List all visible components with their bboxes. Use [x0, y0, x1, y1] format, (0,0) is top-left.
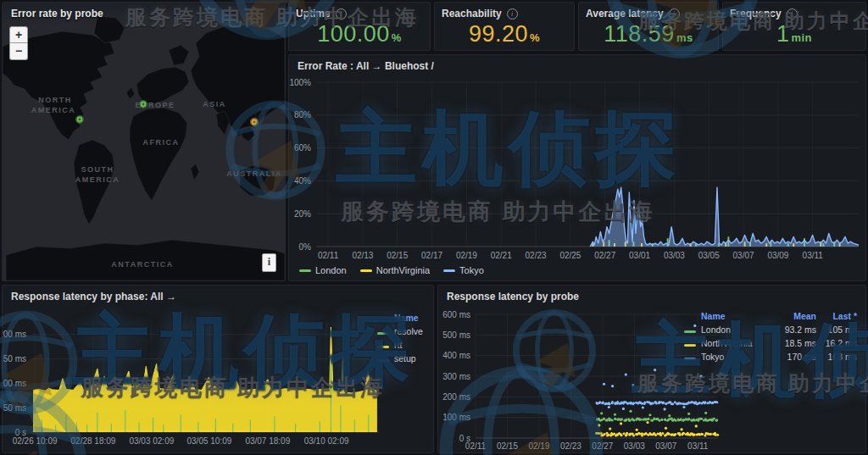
legend-header[interactable]: Name [701, 311, 772, 321]
svg-text:02/27: 02/27 [594, 251, 615, 260]
svg-text:40%: 40% [294, 176, 311, 186]
map-attribution-button[interactable]: i [262, 253, 276, 272]
svg-text:03/11: 03/11 [687, 441, 709, 451]
legend-header[interactable]: Mean [772, 311, 816, 321]
legend-color-dash [684, 344, 696, 347]
svg-text:NORTH: NORTH [38, 96, 72, 104]
svg-text:400 ms: 400 ms [442, 351, 470, 360]
legend-item-London[interactable]: London [299, 265, 347, 275]
legend-row-NorthVirginia[interactable]: NorthVirginia18.5 ms16.2 ms [684, 336, 862, 350]
error-rate-legend: LondonNorthVirginiaTokyo [299, 265, 484, 275]
legend-header[interactable]: Name [394, 313, 426, 323]
svg-text:60%: 60% [294, 143, 311, 153]
legend-row-Tokyo[interactable]: Tokyo170 ms168 ms [684, 350, 862, 363]
svg-text:02/21: 02/21 [491, 251, 512, 260]
legend-color-dash [377, 359, 389, 362]
legend-row-London[interactable]: London93.2 ms105 ms [684, 323, 862, 336]
svg-text:0 s: 0 s [15, 428, 26, 437]
svg-text:03/07: 03/07 [733, 251, 754, 260]
svg-text:80%: 80% [294, 110, 311, 119]
legend-row-resolve[interactable]: resolve [377, 325, 426, 338]
map-panel: Error rate by probe + − i NORTHAMERICASO… [2, 2, 286, 281]
stat-panel-average-latency: Average latency i 118.59ms [578, 2, 719, 51]
map-zoom-control: + − [9, 26, 28, 60]
svg-text:AUSTRALIA: AUSTRALIA [226, 169, 282, 178]
svg-text:02/23: 02/23 [526, 251, 547, 260]
probe-latency-chart: 600 ms500 ms400 ms300 ms200 ms100 ms0 s0… [438, 286, 723, 453]
legend-color-dash [377, 346, 389, 348]
svg-text:ASIA: ASIA [203, 100, 226, 108]
legend-header[interactable]: Last * [816, 311, 857, 321]
map-panel-title[interactable]: Error rate by probe [3, 3, 285, 25]
svg-text:03/09: 03/09 [767, 251, 788, 260]
legend-row-setup[interactable]: setup [377, 352, 426, 365]
svg-text:03/07: 03/07 [655, 441, 676, 451]
svg-text:02/23: 02/23 [560, 441, 581, 451]
probe-legend: NameMeanLast *London93.2 ms105 msNorthVi… [684, 309, 862, 363]
svg-text:300 ms: 300 ms [442, 372, 470, 381]
svg-text:03/10 02:09: 03/10 02:09 [304, 436, 349, 446]
probe-latency-panel: Response latency by probe 600 ms500 ms40… [437, 285, 866, 453]
info-icon[interactable]: i [336, 8, 347, 19]
map-zoom-in-button[interactable]: + [9, 26, 28, 43]
svg-text:02/15: 02/15 [497, 441, 518, 451]
info-icon[interactable]: i [787, 8, 798, 19]
stat-value: 118.59ms [579, 21, 718, 47]
phase-latency-chart: 200 ms150 ms100 ms50 ms0 s02/26 10:0902/… [3, 286, 392, 453]
stat-panel-uptime: Uptime i 100.00% [288, 2, 431, 51]
stat-value: 100.00% [289, 21, 430, 47]
svg-text:0%: 0% [299, 242, 312, 252]
legend-item-Tokyo[interactable]: Tokyo [443, 265, 484, 275]
svg-text:02/17: 02/17 [421, 251, 442, 260]
svg-text:500 ms: 500 ms [442, 330, 470, 340]
stat-value: 99.20% [435, 21, 574, 47]
svg-text:AMERICA: AMERICA [31, 106, 76, 114]
svg-text:02/26 10:09: 02/26 10:09 [13, 436, 58, 446]
legend-item-NorthVirginia[interactable]: NorthVirginia [360, 265, 430, 275]
stat-panel-reachability: Reachability i 99.20% [434, 2, 575, 51]
svg-text:02/25: 02/25 [559, 251, 581, 260]
svg-text:ANTARCTICA: ANTARCTICA [111, 260, 173, 269]
svg-text:AFRICA: AFRICA [143, 138, 180, 147]
stat-title[interactable]: Frequency [730, 8, 782, 19]
legend-color-dash [377, 332, 389, 335]
svg-text:02/11: 02/11 [318, 251, 339, 260]
svg-text:03/03: 03/03 [624, 441, 645, 451]
info-icon[interactable]: i [669, 8, 680, 19]
legend-row-rtt[interactable]: rtt [377, 338, 426, 352]
svg-text:02/27: 02/27 [592, 441, 613, 451]
svg-text:03/01: 03/01 [629, 251, 650, 260]
info-icon[interactable]: i [507, 8, 518, 19]
stat-title[interactable]: Average latency [586, 8, 664, 19]
svg-text:AMERICA: AMERICA [75, 175, 120, 184]
phase-latency-panel: Response latency by phase: All → 200 ms1… [2, 285, 434, 453]
svg-text:02/13: 02/13 [352, 251, 373, 260]
error-rate-chart: 100%80%60%40%20%0%02/1102/1302/1502/1702… [289, 75, 865, 264]
svg-text:600 ms: 600 ms [442, 310, 470, 319]
map-zoom-out-button[interactable]: − [9, 43, 28, 60]
svg-text:02/28 18:09: 02/28 18:09 [71, 436, 116, 446]
svg-text:200 ms: 200 ms [442, 392, 470, 402]
svg-text:100 ms: 100 ms [442, 413, 470, 422]
error-rate-panel-title[interactable]: Error Rate : All → Bluehost / [289, 55, 865, 77]
phase-legend: Nameresolverttsetup [377, 311, 426, 365]
stat-value: 1min [723, 21, 865, 47]
stat-panel-frequency: Frequency i 1min [722, 2, 866, 51]
stat-title[interactable]: Reachability [442, 8, 502, 19]
svg-text:50 ms: 50 ms [3, 403, 26, 413]
stat-title[interactable]: Uptime [296, 8, 331, 19]
legend-color-dash [684, 358, 696, 360]
svg-text:100 ms: 100 ms [3, 379, 26, 388]
svg-text:20%: 20% [294, 209, 311, 219]
svg-text:02/11: 02/11 [465, 441, 487, 451]
svg-text:200 ms: 200 ms [3, 330, 26, 339]
svg-text:03/03 02:09: 03/03 02:09 [129, 436, 174, 446]
svg-text:03/05 10:09: 03/05 10:09 [187, 436, 232, 446]
svg-text:03/05: 03/05 [698, 251, 720, 260]
svg-text:02/19: 02/19 [456, 251, 477, 260]
svg-text:03/11: 03/11 [803, 251, 824, 260]
error-rate-panel: Error Rate : All → Bluehost / 100%80%60%… [288, 54, 866, 281]
svg-text:03/03: 03/03 [664, 251, 685, 260]
svg-text:SOUTH: SOUTH [81, 165, 114, 174]
svg-text:02/15: 02/15 [387, 251, 408, 260]
